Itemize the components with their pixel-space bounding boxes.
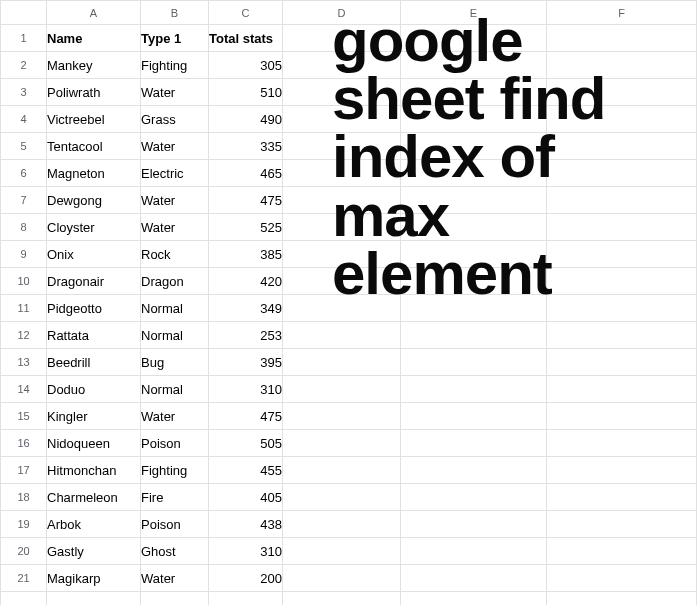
cell[interactable] (283, 295, 401, 322)
row-header[interactable]: 17 (1, 457, 47, 484)
cell[interactable] (547, 241, 697, 268)
row-header[interactable]: 14 (1, 376, 47, 403)
cell[interactable]: Mankey (47, 52, 141, 79)
cell[interactable] (547, 592, 697, 606)
row-header[interactable]: 18 (1, 484, 47, 511)
cell[interactable]: Poison (141, 430, 209, 457)
cell[interactable] (401, 133, 547, 160)
cell[interactable] (547, 295, 697, 322)
row-header[interactable]: 13 (1, 349, 47, 376)
col-header-B[interactable]: B (141, 1, 209, 25)
cell[interactable] (547, 511, 697, 538)
cell[interactable] (283, 538, 401, 565)
row-header[interactable]: 12 (1, 322, 47, 349)
cell[interactable] (401, 538, 547, 565)
cell[interactable]: Fighting (141, 52, 209, 79)
row-header[interactable]: 19 (1, 511, 47, 538)
cell[interactable] (283, 376, 401, 403)
cell[interactable]: Water (141, 187, 209, 214)
cell[interactable]: Water (141, 79, 209, 106)
cell[interactable]: 505 (209, 430, 283, 457)
cell[interactable]: Ghost (141, 538, 209, 565)
row-header[interactable]: 9 (1, 241, 47, 268)
cell[interactable] (401, 52, 547, 79)
row-header[interactable]: 20 (1, 538, 47, 565)
cell[interactable] (547, 565, 697, 592)
cell[interactable] (283, 592, 401, 606)
cell-F1[interactable] (547, 25, 697, 52)
cell[interactable]: Rattata (47, 322, 141, 349)
cell[interactable] (547, 349, 697, 376)
cell[interactable] (283, 430, 401, 457)
cell[interactable]: Poliwrath (47, 79, 141, 106)
cell[interactable]: 335 (209, 133, 283, 160)
cell[interactable] (547, 52, 697, 79)
cell[interactable]: Poison (141, 511, 209, 538)
cell[interactable] (141, 592, 209, 606)
cell[interactable] (401, 106, 547, 133)
cell[interactable] (283, 187, 401, 214)
cell[interactable]: 510 (209, 79, 283, 106)
cell[interactable]: Onix (47, 241, 141, 268)
cell[interactable] (283, 133, 401, 160)
cell[interactable]: Bug (141, 349, 209, 376)
cell[interactable] (401, 268, 547, 295)
cell[interactable] (283, 106, 401, 133)
cell[interactable] (401, 214, 547, 241)
cell[interactable]: Normal (141, 322, 209, 349)
col-header-A[interactable]: A (47, 1, 141, 25)
cell[interactable]: Doduo (47, 376, 141, 403)
cell[interactable]: Cloyster (47, 214, 141, 241)
cell-C1[interactable]: Total stats (209, 25, 283, 52)
row-header[interactable]: 7 (1, 187, 47, 214)
cell[interactable] (283, 511, 401, 538)
cell[interactable] (401, 565, 547, 592)
cell-B1[interactable]: Type 1 (141, 25, 209, 52)
cell[interactable] (283, 484, 401, 511)
row-header[interactable]: 1 (1, 25, 47, 52)
cell[interactable]: Grass (141, 106, 209, 133)
cell[interactable]: 385 (209, 241, 283, 268)
cell[interactable] (401, 484, 547, 511)
cell[interactable]: 455 (209, 457, 283, 484)
row-header[interactable]: 22 (1, 592, 47, 606)
cell[interactable] (401, 295, 547, 322)
cell[interactable] (401, 322, 547, 349)
cell[interactable]: 525 (209, 214, 283, 241)
cell[interactable] (547, 268, 697, 295)
cell[interactable]: Normal (141, 295, 209, 322)
cell[interactable] (401, 592, 547, 606)
select-all-corner[interactable] (1, 1, 47, 25)
cell[interactable] (547, 322, 697, 349)
cell[interactable] (547, 106, 697, 133)
cell[interactable]: 395 (209, 349, 283, 376)
row-header[interactable]: 4 (1, 106, 47, 133)
cell[interactable]: Water (141, 565, 209, 592)
row-header[interactable]: 10 (1, 268, 47, 295)
cell[interactable]: Dewgong (47, 187, 141, 214)
cell[interactable] (547, 214, 697, 241)
cell[interactable]: 405 (209, 484, 283, 511)
cell[interactable] (283, 214, 401, 241)
cell[interactable]: Normal (141, 376, 209, 403)
cell[interactable]: Fighting (141, 457, 209, 484)
cell[interactable]: 310 (209, 376, 283, 403)
cell[interactable] (283, 322, 401, 349)
cell[interactable] (283, 79, 401, 106)
cell[interactable] (401, 241, 547, 268)
cell[interactable]: 475 (209, 187, 283, 214)
row-header[interactable]: 11 (1, 295, 47, 322)
cell[interactable] (283, 241, 401, 268)
cell[interactable]: Gastly (47, 538, 141, 565)
row-header[interactable]: 6 (1, 160, 47, 187)
cell[interactable]: Victreebel (47, 106, 141, 133)
cell[interactable] (401, 403, 547, 430)
col-header-F[interactable]: F (547, 1, 697, 25)
cell[interactable] (47, 592, 141, 606)
cell[interactable]: Water (141, 214, 209, 241)
cell[interactable]: 490 (209, 106, 283, 133)
cell[interactable]: Beedrill (47, 349, 141, 376)
cell[interactable] (283, 457, 401, 484)
cell[interactable]: 465 (209, 160, 283, 187)
cell[interactable]: Fire (141, 484, 209, 511)
